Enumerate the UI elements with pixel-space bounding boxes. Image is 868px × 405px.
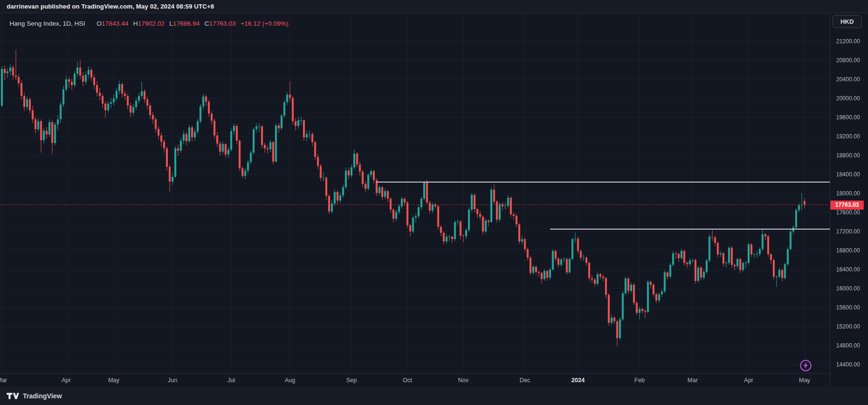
- candle: [479, 214, 481, 217]
- candle: [135, 101, 137, 107]
- time-axis-label: Mar: [0, 377, 7, 384]
- candle: [110, 102, 112, 104]
- candle: [185, 134, 187, 141]
- candle: [334, 192, 336, 203]
- candle: [418, 207, 419, 216]
- time-axis-label: Jul: [227, 377, 235, 384]
- candle: [619, 319, 621, 338]
- open-value: 17843.44: [102, 20, 128, 27]
- candle: [314, 142, 316, 157]
- candle: [490, 190, 492, 222]
- candle: [529, 258, 531, 273]
- candle: [596, 274, 598, 284]
- candle: [675, 253, 677, 254]
- candle: [580, 251, 582, 258]
- candle: [588, 263, 590, 278]
- price-axis[interactable]: HKD 17763.03 21200.0020800.0020400.00200…: [830, 13, 868, 387]
- low-label: L: [169, 20, 173, 27]
- candle: [356, 154, 358, 164]
- candle: [496, 202, 498, 220]
- candle: [183, 134, 185, 141]
- candle: [577, 239, 579, 251]
- candle: [560, 260, 562, 265]
- candle: [278, 125, 280, 128]
- candle: [146, 99, 148, 106]
- candle: [585, 258, 587, 263]
- change-value: +16.12 (+0.09%): [241, 20, 289, 27]
- tradingview-logo[interactable]: [7, 392, 19, 400]
- candle: [325, 178, 327, 196]
- time-axis[interactable]: MarAprMayJunJulAugSepOctNovDec2024FebMar…: [0, 373, 830, 387]
- candle: [105, 104, 107, 110]
- candle: [224, 144, 226, 154]
- candle: [686, 263, 688, 264]
- candle: [297, 120, 299, 126]
- candle: [658, 294, 660, 300]
- candle: [348, 171, 350, 175]
- candle: [544, 271, 546, 279]
- candle: [337, 192, 339, 201]
- candle: [557, 259, 559, 265]
- price-axis-label: 21200.00: [836, 38, 860, 45]
- candle: [725, 263, 727, 263]
- price-axis-label: 16000.00: [836, 285, 860, 292]
- candle: [300, 120, 302, 121]
- candle: [437, 206, 439, 227]
- candle: [267, 148, 269, 149]
- candle: [681, 251, 683, 258]
- candle: [10, 68, 11, 71]
- price-axis-label: 19200.00: [836, 133, 860, 140]
- candle: [239, 141, 241, 168]
- candle: [328, 196, 330, 212]
- candle: [79, 68, 81, 76]
- candle: [566, 259, 568, 272]
- price-axis-label: 18400.00: [836, 171, 860, 178]
- time-axis-label: Oct: [403, 377, 412, 384]
- price-axis-label: 18800.00: [836, 152, 860, 159]
- candle: [236, 126, 238, 141]
- candle: [683, 251, 685, 263]
- candle: [381, 187, 383, 197]
- high-value: 17902.02: [138, 20, 165, 27]
- candle: [197, 121, 199, 132]
- candle: [387, 191, 389, 199]
- candle: [541, 273, 543, 279]
- candle: [703, 272, 705, 278]
- lightning-icon[interactable]: [799, 358, 813, 373]
- time-axis-label: May: [799, 377, 810, 384]
- candle: [731, 248, 733, 265]
- candle: [339, 195, 341, 201]
- candle: [77, 68, 78, 74]
- candle: [767, 236, 769, 254]
- candle: [57, 119, 59, 125]
- candle: [720, 253, 722, 254]
- chart-canvas[interactable]: [0, 13, 830, 373]
- candle: [504, 206, 506, 206]
- candle: [149, 106, 151, 115]
- candle: [129, 106, 131, 113]
- price-axis-label: 14800.00: [836, 342, 860, 349]
- currency-button[interactable]: HKD: [832, 15, 862, 28]
- candle: [49, 122, 50, 135]
- candle: [751, 244, 752, 254]
- candle: [283, 102, 285, 116]
- candle: [177, 148, 179, 151]
- candle: [124, 94, 126, 96]
- candle: [71, 82, 73, 85]
- candle: [309, 134, 311, 135]
- candle: [700, 268, 702, 278]
- candle: [118, 84, 120, 91]
- candle: [549, 270, 551, 278]
- publish-bar: darrinevan published on TradingView.com,…: [0, 0, 868, 13]
- candle: [443, 233, 445, 241]
- candle: [510, 198, 512, 214]
- candle: [269, 142, 271, 149]
- price-axis-label: 20000.00: [836, 95, 860, 102]
- candle: [155, 119, 156, 129]
- candle: [379, 187, 380, 193]
- brand-name[interactable]: TradingView: [23, 392, 62, 400]
- candle: [459, 222, 461, 236]
- candle: [127, 96, 129, 106]
- candle: [390, 199, 391, 210]
- candle: [157, 129, 159, 135]
